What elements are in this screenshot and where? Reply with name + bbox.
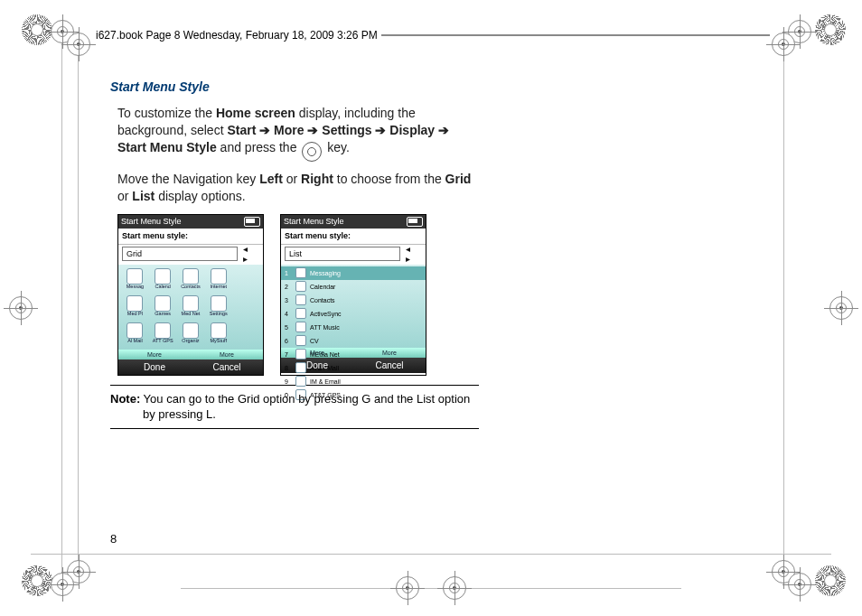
crop-mark (9, 296, 33, 320)
crop-mark (788, 20, 811, 43)
phone-subheader: Start menu style: (118, 229, 263, 245)
app-icon: Settings (206, 295, 230, 317)
phone-titlebar: Start Menu Style (281, 215, 426, 229)
left-right-arrows-icon: ◂ ▸ (243, 247, 259, 260)
app-icon: Calend (151, 268, 175, 290)
app-icon: Games (151, 295, 175, 317)
guide-line (61, 31, 62, 585)
list-item: 6CV (281, 334, 426, 348)
registration-medallion (22, 14, 52, 45)
phone-subheader: Start menu style: (281, 229, 426, 245)
header-rule (381, 34, 770, 36)
app-icon: Internet (206, 268, 230, 290)
guide-line (181, 588, 681, 589)
crop-mark (772, 33, 795, 56)
app-icon: Organiz (179, 322, 203, 344)
header-text: i627.book Page 8 Wednesday, February 18,… (92, 29, 381, 42)
phone-screenshot-grid: Start Menu Style Start menu style: Grid … (117, 214, 264, 376)
app-icon: MyStuff (206, 322, 230, 344)
softkey-done: Done (118, 359, 191, 375)
paragraph-1: To customize the Home screen display, in… (117, 105, 479, 162)
document-page: i627.book Page 8 Wednesday, February 18,… (0, 0, 862, 616)
phone-field: Grid ◂ ▸ (118, 245, 263, 265)
soft-keys: Done Cancel (281, 358, 426, 373)
note-block: Note: You can go to the Grid option by p… (110, 385, 479, 429)
grid-footer: More More (118, 350, 263, 359)
crop-mark (396, 576, 419, 600)
registration-medallion (815, 565, 846, 596)
guide-line (78, 43, 79, 573)
app-icon: Al Mail (123, 322, 147, 344)
phone-field: List ◂ ▸ (281, 245, 426, 265)
list-item: 1Messaging (281, 266, 426, 280)
list-item: 9IM & Email (281, 375, 426, 388)
crop-mark (443, 576, 466, 600)
crop-mark (67, 33, 90, 56)
softkey-done: Done (281, 358, 353, 373)
list-item: 4ActiveSync (281, 307, 426, 321)
grid-preview: MessagCalendContactsInternetMed PlGamesM… (118, 265, 263, 350)
guide-line (31, 554, 831, 555)
battery-icon (244, 217, 260, 227)
guide-line (783, 43, 784, 573)
app-icon: Med Pl (123, 295, 147, 317)
crop-mark (788, 573, 811, 596)
app-icon: Messag (123, 268, 147, 290)
softkey-cancel: Cancel (353, 358, 426, 373)
list-preview: 1Messaging2Calendar3Contacts4ActiveSync5… (281, 265, 426, 348)
phone-titlebar: Start Menu Style (118, 215, 263, 229)
crop-mark (51, 573, 74, 596)
crop-mark (67, 560, 90, 583)
screenshot-row: Start Menu Style Start menu style: Grid … (117, 214, 479, 376)
app-icon: Contacts (179, 268, 203, 290)
list-item: 2Calendar (281, 280, 426, 294)
page-number: 8 (110, 532, 117, 546)
crop-mark (829, 296, 853, 320)
field-value: Grid (122, 247, 238, 261)
softkey-cancel: Cancel (191, 359, 263, 375)
field-value: List (285, 247, 400, 261)
soft-keys: Done Cancel (118, 359, 263, 375)
section-title: Start Menu Style (110, 79, 479, 94)
crop-mark (772, 560, 795, 583)
registration-medallion (815, 14, 846, 45)
list-item: 3Contacts (281, 294, 426, 307)
list-item: 5ATT Music (281, 321, 426, 334)
document-header: i627.book Page 8 Wednesday, February 18,… (92, 22, 770, 49)
paragraph-2: Move the Navigation key Left or Right to… (117, 171, 479, 205)
registration-medallion (22, 565, 52, 596)
content-column: Start Menu Style To customize the Home s… (110, 79, 479, 429)
crop-mark (51, 20, 74, 43)
phone-screenshot-list: Start Menu Style Start menu style: List … (280, 214, 426, 376)
center-key-icon (302, 142, 322, 162)
app-icon: Med Net (179, 295, 203, 317)
left-right-arrows-icon: ◂ ▸ (406, 247, 422, 260)
battery-icon (407, 217, 423, 227)
app-icon: ATT GPS (151, 322, 175, 344)
